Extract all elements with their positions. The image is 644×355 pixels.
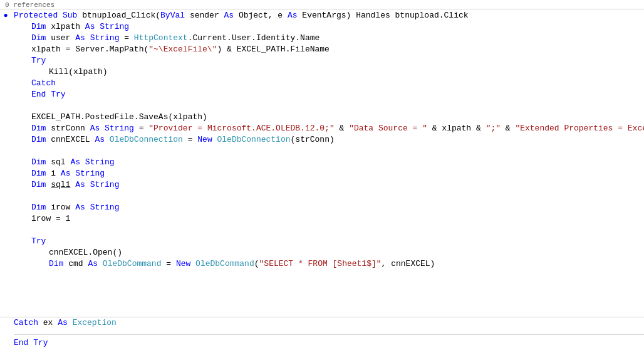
catch-section: Catch ex As Exception bbox=[14, 317, 644, 329]
code-line: Dim sql1 As String bbox=[14, 179, 644, 191]
code-line-empty bbox=[14, 270, 644, 281]
code-line: Dim strConn As String = "Provider = Micr… bbox=[14, 123, 644, 134]
code-line: Dim irow As String bbox=[14, 202, 644, 213]
line-indicators: ● bbox=[0, 10, 11, 337]
code-line-empty bbox=[14, 281, 644, 292]
code-line: EXCEL_PATH.PostedFile.SaveAs(xlpath) bbox=[14, 112, 644, 123]
code-line: Dim cnnEXCEL As OleDbConnection = New Ol… bbox=[14, 134, 644, 146]
code-lines[interactable]: Protected Sub btnupload_Click(ByVal send… bbox=[11, 10, 644, 337]
breakpoint-indicator: ● bbox=[3, 10, 8, 21]
code-line: End Try bbox=[14, 89, 644, 100]
code-line-empty bbox=[14, 146, 644, 157]
code-line: Protected Sub btnupload_Click(ByVal send… bbox=[14, 10, 644, 21]
code-line-empty bbox=[14, 225, 644, 236]
code-line: cnnEXCEL.Open() bbox=[14, 247, 644, 258]
code-line-empty bbox=[14, 191, 644, 202]
code-line-catch: Catch ex As Exception bbox=[14, 317, 644, 329]
code-line: Try bbox=[14, 236, 644, 247]
code-line: Kill(xlpath) bbox=[14, 66, 644, 78]
code-line: Try bbox=[14, 55, 644, 66]
code-line-empty bbox=[14, 304, 644, 315]
code-line-empty bbox=[14, 292, 644, 304]
code-line: Dim user As String = HttpContext.Current… bbox=[14, 33, 644, 44]
code-line: Dim sql As String bbox=[14, 157, 644, 168]
code-line: Dim cmd As OleDbCommand = New OleDbComma… bbox=[14, 258, 644, 270]
end-try-section: End Try bbox=[14, 334, 644, 349]
references-count: 0 references bbox=[5, 1, 55, 9]
code-line-end-try: End Try bbox=[14, 337, 644, 349]
code-area: ● Protected Sub btnupload_Click(ByVal se… bbox=[0, 10, 644, 337]
code-line: Dim xlpath As String bbox=[14, 21, 644, 33]
code-editor: 0 references ● Protected Sub btnupload_C… bbox=[0, 0, 644, 355]
code-line: irow = 1 bbox=[14, 213, 644, 225]
code-line: Dim i As String bbox=[14, 168, 644, 179]
code-line: Catch bbox=[14, 78, 644, 89]
code-line: xlpath = Server.MapPath("~\ExcelFile\") … bbox=[14, 44, 644, 55]
code-line-empty bbox=[14, 100, 644, 112]
